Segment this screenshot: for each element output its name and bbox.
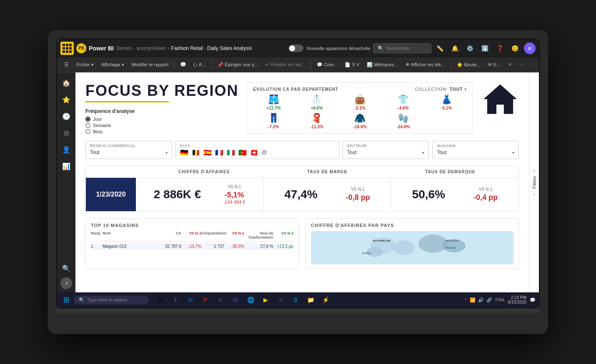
taskbar-word[interactable]: W bbox=[229, 293, 242, 307]
sidebar-search[interactable]: 🔍 bbox=[59, 261, 74, 276]
col-ca-header: CA bbox=[156, 231, 181, 239]
sidebar-users[interactable]: 👤 bbox=[59, 142, 74, 157]
flag-it[interactable]: 🇮🇹 bbox=[227, 150, 236, 156]
sidebar-metrics[interactable]: 📊 bbox=[59, 159, 74, 174]
radio-jour[interactable]: Jour bbox=[85, 117, 238, 122]
taskbar-ppt[interactable]: P bbox=[199, 293, 212, 307]
pin-btn[interactable]: 📌 Épingler une p... bbox=[214, 60, 261, 69]
freq-section: Fréquence d'analyse Jour bbox=[85, 108, 238, 134]
kpi-date: 1/23/2020 bbox=[86, 178, 136, 211]
flag-pt[interactable]: 🇵🇹 bbox=[238, 150, 248, 156]
sidebar-expand[interactable]: ↗ bbox=[60, 277, 72, 289]
share-btn[interactable]: ↗ bbox=[504, 60, 515, 69]
taskbar-app3[interactable]: ⚡ bbox=[319, 293, 332, 307]
metrics-btn[interactable]: 📊 Métriques... bbox=[363, 60, 401, 69]
taskbar-search[interactable]: 🔍 Type here to search bbox=[74, 296, 149, 304]
taskbar: ⊞ 🔍 Type here to search ⊡ T ✉ P X W 🌐 ▶ … bbox=[57, 292, 539, 307]
kpi-headers: CHIFFRE D'AFFAIRES TAUX DE MARGE TAUX DE… bbox=[86, 166, 518, 178]
edit-icon[interactable]: ✏️ bbox=[434, 42, 446, 54]
more-btn[interactable]: ··· bbox=[516, 60, 526, 69]
breadcrumb: Démos - anonymisées › Fashion Retail · D… bbox=[116, 45, 286, 51]
flag-de[interactable]: 🇩🇪 bbox=[180, 150, 189, 156]
taskbar-explorer[interactable]: 📁 bbox=[304, 293, 317, 307]
radio-circle-jour bbox=[85, 117, 90, 122]
flag-es[interactable]: 🇪🇸 bbox=[203, 150, 213, 156]
taskbar-notification[interactable]: 💬 bbox=[530, 297, 536, 303]
filter-magasin-chevron[interactable]: ▾ bbox=[512, 150, 514, 155]
a-btn[interactable]: ⭮ A... bbox=[190, 60, 209, 69]
waffle-menu[interactable] bbox=[60, 42, 74, 55]
filter-secteur-chevron[interactable]: ▾ bbox=[422, 150, 424, 155]
show-btn[interactable]: 👁 Afficher les élé... bbox=[402, 60, 448, 69]
filter-reseau-chevron[interactable]: ▾ bbox=[165, 150, 168, 155]
dept-pct-2: -2.1% bbox=[355, 106, 366, 110]
filter-magasin-label: Magasin bbox=[437, 144, 514, 148]
report-title: FOCUS BY REGION bbox=[85, 82, 238, 99]
flag-fr[interactable]: 🇫🇷 bbox=[215, 150, 224, 156]
dept-icon-0: 🩳 bbox=[268, 94, 279, 105]
dept-evolution-container: EVOLUTION CA PAR DEPARTEMENT collection:… bbox=[247, 82, 473, 135]
filters-label[interactable]: Filtres bbox=[532, 176, 537, 189]
map-section: CHIFFRE D'AFFAIRES PAR PAYS bbox=[306, 218, 519, 269]
face-icon[interactable]: 😊 bbox=[509, 42, 521, 54]
appearance-toggle[interactable] bbox=[288, 45, 303, 52]
sv-btn[interactable]: 📄 S V bbox=[341, 60, 363, 69]
bell-icon[interactable]: 🔔 bbox=[449, 42, 461, 54]
comment-icon[interactable]: 💬 bbox=[177, 59, 189, 70]
taskbar-app2[interactable]: S bbox=[289, 293, 302, 307]
dept-pct-4: -5.1% bbox=[441, 106, 452, 110]
sys-icon-vol[interactable]: 🔊 bbox=[478, 297, 484, 303]
dept-icon-8: 🧤 bbox=[398, 113, 409, 124]
sys-icon-mic[interactable]: 🔗 bbox=[486, 297, 492, 303]
taskbar-mail[interactable]: ✉ bbox=[184, 293, 197, 307]
download-icon[interactable]: ⬇️ bbox=[479, 42, 491, 54]
kpi-body: 1/23/2020 2 886K € VS N-1 -5,1% -154 464… bbox=[86, 178, 518, 211]
chevron-down-icon[interactable]: ▾ bbox=[464, 87, 467, 92]
sidebar-apps[interactable]: ⊞ bbox=[59, 126, 74, 141]
taskbar-app1[interactable]: ▶ bbox=[259, 293, 272, 307]
help-icon[interactable]: ❓ bbox=[494, 42, 506, 54]
modifier-btn[interactable]: Modifier le rapport bbox=[128, 60, 172, 69]
flag-be[interactable]: 🇧🇪 bbox=[192, 150, 201, 156]
taskbar-spotify[interactable]: ♫ bbox=[274, 293, 287, 307]
taskbar-chrome[interactable]: 🌐 bbox=[244, 293, 257, 307]
filter-arrow-up[interactable]: ‹ bbox=[533, 168, 535, 173]
flag-ch[interactable]: 🇨🇭 bbox=[250, 150, 259, 156]
dept-item-5: 👖 -7.2% bbox=[253, 113, 294, 129]
taskbar-taskview[interactable]: ⊡ bbox=[154, 293, 167, 307]
add-btn[interactable]: ⭐ Ajoute... bbox=[453, 60, 484, 69]
report-title-section: FOCUS BY REGION Fréquence d'analyse bbox=[85, 82, 238, 135]
affichage-menu[interactable]: Affichage ▾ bbox=[98, 60, 128, 69]
filter-pays: Pays 🇩🇪 🇧🇪 🇪🇸 🇫🇷 🇮🇹 🇵🇹 🇨🇭 @ bbox=[175, 141, 339, 159]
kpi-ca-vs-abs: -154 464 € bbox=[223, 199, 245, 204]
settings-icon[interactable]: ⚙️ bbox=[464, 42, 476, 54]
filter-reseau[interactable]: Réseau commercial Tout ▾ bbox=[85, 141, 172, 159]
fichier-menu[interactable]: Fichier ▾ bbox=[73, 60, 97, 69]
flag-at[interactable]: @ bbox=[262, 150, 271, 156]
kpi-header-marge: TAUX DE MARGE bbox=[265, 170, 388, 174]
dept-icon-5: 👖 bbox=[268, 113, 279, 124]
menu-icon[interactable]: ☰ bbox=[60, 59, 72, 70]
radio-mois[interactable]: Mois bbox=[85, 129, 238, 134]
s-btn[interactable]: ✉ S... bbox=[485, 60, 503, 69]
sys-icon-up[interactable]: ^ bbox=[465, 297, 467, 302]
filter-secteur[interactable]: Secteur Tout ▾ bbox=[343, 141, 429, 159]
sidebar-favorites[interactable]: ⭐ bbox=[59, 92, 74, 107]
filter-magasin[interactable]: Magasin Tout ▾ bbox=[432, 141, 519, 159]
row-rang: 1 bbox=[91, 244, 103, 249]
svg-point-4 bbox=[393, 240, 414, 255]
avatar[interactable]: U bbox=[524, 42, 536, 54]
taskbar-excel[interactable]: X bbox=[214, 293, 227, 307]
radio-semaine[interactable]: Semaine bbox=[85, 123, 238, 128]
filter-arrow-down[interactable]: › bbox=[533, 192, 535, 197]
sidebar-home[interactable]: 🏠 bbox=[59, 76, 74, 91]
dept-icon-1: 🥼 bbox=[311, 94, 322, 105]
search-box[interactable]: 🔍 Rechercher bbox=[373, 43, 431, 53]
taskbar-teams[interactable]: T bbox=[169, 293, 182, 307]
col-vsn1c-header: VS N-1 bbox=[273, 231, 293, 239]
sidebar-recent[interactable]: 🕒 bbox=[59, 109, 74, 124]
start-button[interactable]: ⊞ bbox=[60, 294, 72, 306]
restore-btn[interactable]: ↩ Rétablir les val... bbox=[262, 60, 308, 69]
filters-row: Réseau commercial Tout ▾ Pays 🇩🇪 🇧🇪 bbox=[85, 141, 519, 159]
com-btn[interactable]: 💬 Com... bbox=[313, 60, 341, 69]
